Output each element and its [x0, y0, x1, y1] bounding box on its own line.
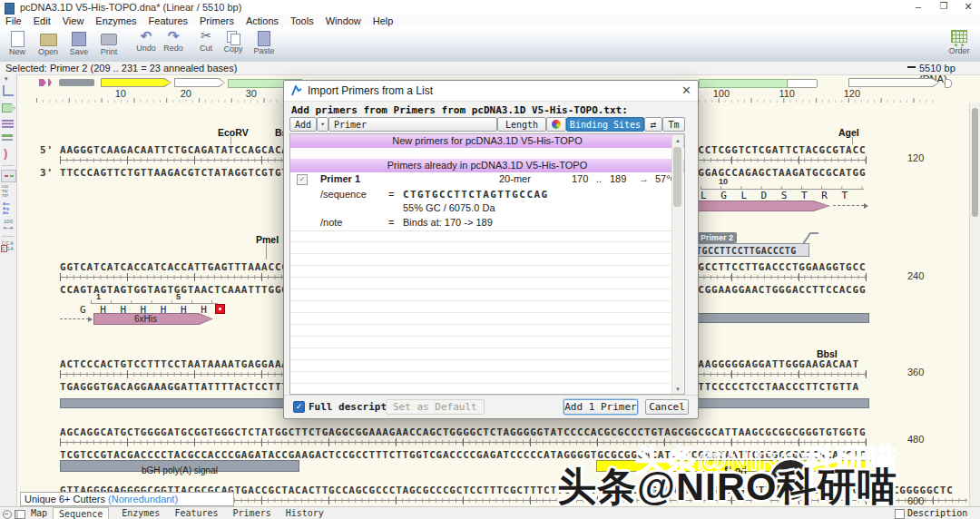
enzyme-tool-icon[interactable] [3, 85, 14, 96]
dialog-close-icon[interactable]: ✕ [681, 83, 691, 97]
primers-pair-icon[interactable] [2, 134, 14, 142]
full-descriptions-checkbox[interactable]: ✓ [293, 401, 305, 413]
tm-column-header[interactable]: Tm [662, 117, 685, 132]
aa-names-icon[interactable]: AsnArgAla [3, 201, 10, 215]
enzyme-label-pmei[interactable]: PmeI [256, 234, 279, 245]
feature-arrow-icon[interactable] [2, 103, 15, 113]
tab-features[interactable]: Features [169, 507, 223, 519]
empty-row [290, 148, 684, 159]
menu-primers[interactable]: Primers [200, 15, 234, 26]
description-panel-label[interactable]: Description Panel [907, 508, 980, 519]
codon-text-icon[interactable]: CGGTACTAT [2, 184, 8, 198]
v5-dashed-continuation [833, 205, 864, 207]
binding-sites-column-header[interactable]: Binding Sites [566, 117, 644, 132]
enzyme-label-ecorv[interactable]: EcoRV [218, 127, 249, 138]
collapse-caret-icon[interactable]: ▾ [5, 75, 8, 83]
main-scrollbar-track[interactable] [969, 103, 980, 506]
cancel-button[interactable]: Cancel [645, 399, 689, 415]
menu-help[interactable]: Help [373, 15, 394, 26]
primer1-name: Primer 1 [320, 173, 360, 184]
description-panel-checkbox[interactable] [895, 509, 905, 519]
set-default-button[interactable]: Set as Default [386, 399, 485, 415]
translation-brace-icon[interactable]: ) [4, 147, 7, 159]
redo-button[interactable]: ↷ Redo [162, 28, 185, 53]
rainbow-icon [552, 120, 561, 129]
primer-list: New primers for pcDNA3.1D V5-His-TOPO Pr… [289, 133, 685, 395]
tab-primers[interactable]: Primers [228, 507, 277, 519]
primer1-start: 170 [572, 173, 588, 184]
length-column-header[interactable]: Length [497, 117, 546, 132]
primer1-checkbox[interactable]: ✓ [297, 174, 308, 185]
cca-tool-icon[interactable]: CCACGA [2, 240, 15, 251]
agei-site-line [852, 137, 853, 144]
copy-button[interactable]: Copy [221, 31, 245, 54]
print-button[interactable]: Print [96, 31, 122, 56]
save-button[interactable]: Save [67, 31, 91, 56]
add-column-button[interactable]: Add [289, 117, 317, 132]
app-icon [5, 3, 15, 15]
dialog-title-bar[interactable]: Import Primers from a List ✕ [284, 81, 698, 102]
minimize-button[interactable]: – [907, 1, 929, 14]
alignment-lines-icon[interactable] [2, 120, 14, 128]
dialog-header-text: Add primers from Primers from pcDNA3.1D … [291, 104, 628, 116]
menu-features[interactable]: Features [149, 15, 188, 26]
menu-enzymes[interactable]: Enzymes [95, 15, 136, 26]
linear-topology-icon [907, 66, 916, 68]
sixhis-feature-arrow[interactable]: 6xHis [93, 313, 213, 325]
ruler-100-icon[interactable]: 100⇤⇥ [2, 219, 15, 230]
menu-view[interactable]: View [63, 15, 84, 26]
new-button[interactable]: New [5, 31, 29, 56]
sixhis-label: 6xHis [93, 314, 198, 324]
menu-window[interactable]: Window [326, 15, 361, 26]
undo-button[interactable]: ↶ Undo [134, 28, 158, 53]
open-button[interactable]: Open [36, 31, 60, 56]
color-column-header[interactable] [546, 117, 566, 132]
panel-toggle-icon[interactable] [15, 510, 25, 519]
primer1-strand-arrow-icon: → [639, 173, 649, 184]
primer1-range-sep: .. [596, 173, 602, 184]
primer2-label[interactable]: Primer 2 [697, 232, 737, 243]
v5-feature-arrow[interactable] [690, 201, 830, 211]
list-scroll-up-icon[interactable]: ▲ [672, 135, 683, 146]
list-scroll-down-icon[interactable]: ▼ [672, 384, 683, 395]
cut-label: Cut [194, 44, 218, 53]
close-button[interactable]: ✕ [958, 1, 978, 14]
maximize-button[interactable]: ❐ [933, 1, 955, 14]
primer1-note-value: Binds at: 170 -> 189 [403, 217, 493, 228]
menu-tools[interactable]: Tools [290, 15, 314, 26]
redo-label: Redo [162, 44, 185, 53]
cut-button[interactable]: ✂ Cut [194, 28, 218, 53]
menu-bar: File Edit View Enzymes Features Primers … [0, 15, 980, 27]
ruler-tick-10: 10 [104, 88, 126, 99]
dashes-tool-icon[interactable] [1, 170, 16, 182]
existing-primers-banner: Primers already in pcDNA3.1D V5-His-TOPO [290, 159, 684, 172]
tab-enzymes[interactable]: Enzymes [116, 507, 165, 519]
add-primer-button[interactable]: Add 1 Primer [564, 399, 638, 415]
paste-button[interactable]: Paste [252, 31, 276, 55]
menu-file[interactable]: File [5, 15, 22, 26]
order-button[interactable]: Order [946, 30, 973, 55]
primer-column-header[interactable]: Primer [328, 117, 497, 132]
main-scrollbar-thumb[interactable] [972, 108, 978, 217]
swap-strand-column-header[interactable]: ⇄ [644, 117, 662, 132]
seq-row3-pos: 360 [907, 367, 924, 377]
tab-map[interactable]: Map [25, 507, 53, 519]
seq-row4-top[interactable]: AGCAGGCATGCTGGGGATGCGGTGGGCTCTATGGCTTCTG… [60, 427, 866, 437]
dialog-footer: ✓ Full descriptions Set as Default Add 1… [284, 395, 698, 419]
add-dropdown-caret[interactable]: ▾ [317, 117, 328, 132]
tab-history[interactable]: History [280, 507, 329, 519]
menu-edit[interactable]: Edit [34, 15, 51, 26]
primer2-box[interactable]: TGCCTTCCTTGACCCTG [693, 243, 809, 257]
row2-gray-feature-bar[interactable] [693, 313, 869, 323]
list-scrollbar-thumb[interactable] [673, 147, 681, 207]
minimap-gray-feature [59, 79, 94, 86]
minimap-marker2-icon [48, 79, 52, 86]
enzyme-label-agei[interactable]: AgeI [838, 127, 859, 138]
tab-sequence[interactable]: Sequence [53, 507, 109, 519]
zoom-out-icon[interactable] [3, 510, 12, 519]
menu-actions[interactable]: Actions [246, 15, 279, 26]
primer1-row[interactable]: ✓ Primer 1 20-mer 170 .. 189 → 57°C [290, 172, 684, 187]
five-prime-label: 5' [40, 145, 54, 155]
list-scrollbar-track[interactable]: ▲ ▼ [671, 135, 683, 395]
bgh-polya-feature-bar[interactable]: bGH poly(A) signal [60, 460, 299, 472]
